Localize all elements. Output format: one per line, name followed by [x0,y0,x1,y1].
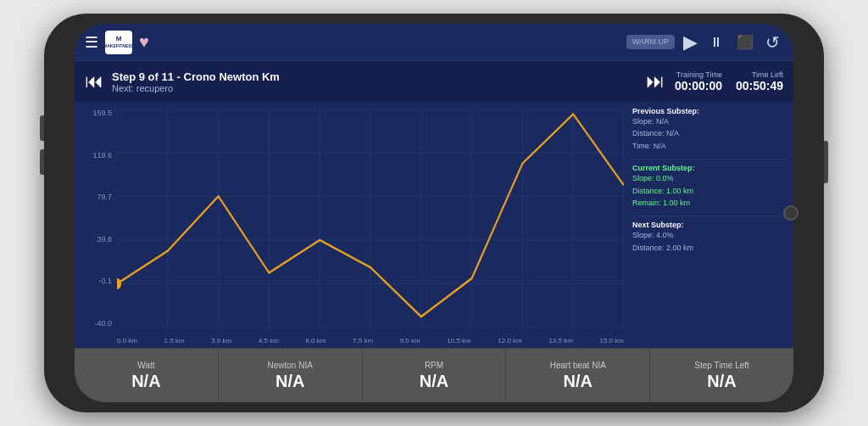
metric-rpm[interactable]: RPM N/A [363,349,507,402]
current-substep-title: Current Substep: [632,164,785,172]
training-time-section: Training Time 00:00:00 [675,70,722,92]
y-label-4: 39.8 [75,235,115,244]
training-time-label: Training Time [675,70,722,79]
time-left-value: 00:50:49 [736,79,783,92]
time-left-section: Time Left 00:50:49 [736,70,783,92]
metric-watt[interactable]: Watt N/A [75,349,219,402]
logo: MMAKEFITNESS [105,31,132,54]
divider-2 [632,216,785,216]
metric-rpm-value: N/A [420,372,448,391]
volume-up-button[interactable] [40,115,44,141]
next-substep-title: Next Substep: [632,221,785,229]
time-left-label: Time Left [736,70,783,79]
volume-down-button[interactable] [40,149,44,175]
metric-heartbeat-label: Heart beat NIA [550,361,606,370]
main-content: 159.5 119.6 79.7 39.8 -0.1 -40.0 [75,102,793,348]
next-distance: Distance: 2.00 km [632,242,785,254]
next-substep: Next Substep: Slope: 4.0% Distance: 2.00… [632,221,785,254]
x-label-10: 15.0 km [599,337,623,345]
x-label-5: 7.5 km [353,337,373,345]
x-axis-labels: 0.0 km 1.5 km 3.0 km 4.5 km 6.0 km 7.5 k… [117,337,624,345]
phone-frame: ☰ MMAKEFITNESS ♥ WARM UP ▶ ⏸ ⬛ ↺ ⏮ Step … [44,14,824,412]
metric-newton-value: N/A [275,372,304,391]
time-group: Training Time 00:00:00 Time Left 00:50:4… [675,70,783,92]
metric-heartbeat-value: N/A [564,372,593,391]
metric-heartbeat[interactable]: Heart beat NIA N/A [506,349,650,402]
previous-time: Time: N/A [632,140,785,152]
step-info: Step 9 of 11 - Crono Newton Km Next: rec… [112,70,646,93]
previous-substep: Previous Substep: Slope: N/A Distance: N… [632,107,785,152]
y-label-5: -0.1 [75,277,115,285]
menu-icon[interactable]: ☰ [85,33,98,52]
x-label-3: 4.5 km [259,337,279,345]
top-controls: WARM UP ▶ ⏸ ⬛ ↺ [626,30,783,55]
previous-distance: Distance: N/A [632,127,785,139]
y-label-3: 79.7 [75,193,115,201]
metric-rpm-label: RPM [425,361,443,370]
bottom-metrics: Watt N/A Newton NIA N/A RPM N/A Heart be… [75,348,793,402]
current-remain: Remain: 1.00 km [632,197,785,209]
current-substep: Current Substep: Slope: 0.0% Distance: 1… [632,164,785,209]
previous-slope: Slope: N/A [632,115,785,127]
y-label-2: 119.6 [75,151,115,160]
x-label-4: 6.0 km [305,337,326,345]
step-next: Next: recupero [112,83,646,93]
play-button[interactable]: ▶ [680,30,701,55]
power-button[interactable] [824,141,828,183]
right-panel: Previous Substep: Slope: N/A Distance: N… [624,102,793,348]
skip-back-button[interactable]: ⏮ [85,70,103,92]
y-label-1: 159.5 [75,109,115,117]
x-label-6: 9.0 km [400,337,420,345]
chart-svg [117,109,624,328]
x-label-2: 3.0 km [211,337,231,345]
metric-newton[interactable]: Newton NIA N/A [219,349,363,402]
metric-step-time-left-value: N/A [707,372,736,391]
x-label-7: 10.5 km [447,337,470,345]
next-slope: Slope: 4.0% [632,229,785,241]
divider-1 [632,159,785,160]
chart-start-dot [117,278,121,289]
metric-watt-value: N/A [131,372,160,391]
step-title: Step 9 of 11 - Crono Newton Km [112,70,646,83]
pause-button[interactable]: ⏸ [706,33,728,52]
step-bar: ⏮ Step 9 of 11 - Crono Newton Km Next: r… [75,61,793,102]
training-time-value: 00:00:00 [675,79,722,92]
stop-button[interactable]: ⬛ [733,32,757,52]
warm-up-button[interactable]: WARM UP [626,35,675,49]
x-label-9: 13.5 km [548,337,572,345]
top-bar: ☰ MMAKEFITNESS ♥ WARM UP ▶ ⏸ ⬛ ↺ [75,24,793,61]
metric-watt-label: Watt [137,361,154,370]
x-label-8: 12.0 km [498,337,521,345]
previous-substep-title: Previous Substep: [632,107,785,115]
metric-step-time-left-label: Step Time Left [694,361,748,370]
current-slope: Slope: 0.0% [632,172,785,184]
skip-forward-button[interactable]: ⏭ [646,70,665,92]
phone-screen: ☰ MMAKEFITNESS ♥ WARM UP ▶ ⏸ ⬛ ↺ ⏮ Step … [75,24,793,402]
y-label-6: -40.0 [75,319,115,328]
current-distance: Distance: 1.00 km [632,185,785,197]
x-label-1: 1.5 km [164,337,185,345]
x-label-0: 0.0 km [117,337,137,345]
chart-svg-container [117,109,624,328]
y-axis-labels: 159.5 119.6 79.7 39.8 -0.1 -40.0 [75,109,115,328]
metric-step-time-left[interactable]: Step Time Left N/A [650,349,793,402]
metric-newton-label: Newton NIA [268,361,313,370]
heart-icon[interactable]: ♥ [139,32,149,52]
camera-icon [783,205,798,221]
chart-area: 159.5 119.6 79.7 39.8 -0.1 -40.0 [75,102,624,348]
refresh-button[interactable]: ↺ [762,31,783,54]
